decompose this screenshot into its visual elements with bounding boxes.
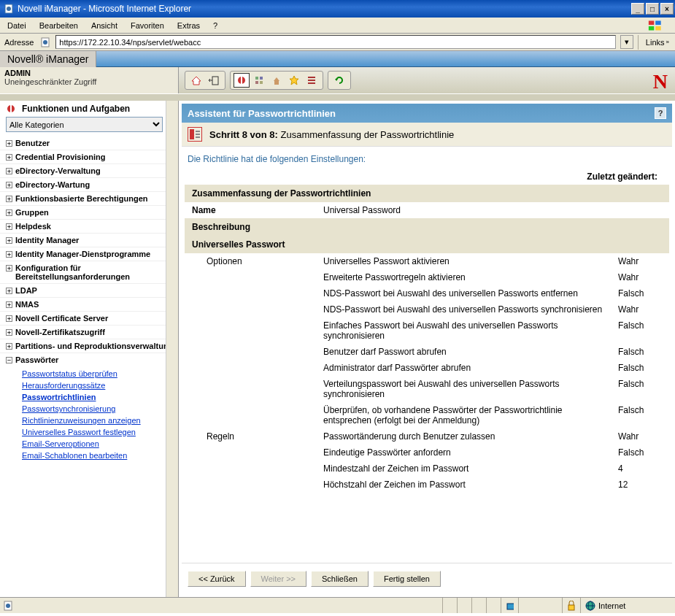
expand-icon[interactable]: + [6,251,12,258]
sidebar: Funktionen und Aufgaben Alle Kategorien … [0,101,179,597]
sidebar-item[interactable]: +Gruppen [0,205,178,219]
status-lock-icon [562,598,580,613]
sidebar-item[interactable]: +Credential Provisioning [0,150,178,163]
minimize-button[interactable]: _ [631,3,644,15]
expand-icon[interactable]: + [6,301,12,308]
finish-button[interactable]: Fertig stellen [373,571,441,587]
sidebar-item[interactable]: +Funktionsbasierte Berechtigungen [0,191,178,205]
exit-icon[interactable] [206,73,222,88]
sidebar-item-label: Konfiguration für Bereitstellungsanforde… [15,263,175,281]
sidebar-sublink[interactable]: Universelles Passwort festlegen [22,426,175,438]
menu-extras[interactable]: Extras [174,20,203,31]
sidebar-item[interactable]: +Novell-Zertifikatszugriff [0,325,178,339]
wizard-buttons: << Zurück Weiter >> Schließen Fertig ste… [182,563,672,594]
sidebar-item-label: Helpdesk [15,222,175,231]
separator-bar [0,93,675,101]
roles-icon[interactable] [234,73,250,88]
links-button[interactable]: Links » [643,38,672,47]
expand-icon[interactable]: + [6,237,12,244]
sidebar-sublink[interactable]: Email-Schablonen bearbeiten [22,450,175,461]
menu-help[interactable]: ? [210,20,220,31]
configure-icon[interactable] [269,73,285,88]
page-icon [39,36,51,48]
expand-icon[interactable]: + [6,343,12,350]
menu-file[interactable]: Datei [4,20,29,31]
sidebar-item[interactable]: +eDirectory-Verwaltung [0,163,178,177]
menu-edit[interactable]: Bearbeiten [36,20,81,31]
sidebar-item-label: NMAS [15,300,175,309]
svg-rect-27 [507,604,514,609]
sidebar-sublink[interactable]: Passwortstatus überprüfen [22,368,175,380]
status-popup-icon[interactable] [501,598,518,613]
option-row: NDS-Passwort bei Auswahl des universelle… [185,285,669,301]
sidebar-item[interactable]: +Partitions- und Reproduktionsverwaltung [0,339,178,353]
expand-icon[interactable]: + [6,168,12,174]
sidebar-item[interactable]: +NMAS [0,297,178,311]
sidebar-item[interactable]: +Konfiguration für Bereitstellungsanford… [0,261,178,283]
sidebar-item-label: LDAP [15,286,175,295]
status-cell [471,598,486,613]
separator [638,35,639,50]
expand-icon[interactable]: + [6,140,12,147]
ie-page-icon [3,3,15,15]
close-button[interactable]: Schließen [311,571,369,587]
expand-icon[interactable]: + [6,182,12,188]
sidebar-sublink[interactable]: Richtlinienzuweisungen anzeigen [22,415,175,426]
sidebar-item[interactable]: +Helpdesk [0,219,178,233]
summary-table: Zusammenfassung der Passwortrichtlinien … [182,185,672,560]
help-icon[interactable]: ? [655,107,666,119]
sidebar-sublink[interactable]: Passwortrichtlinien [22,391,175,403]
sidebar-sublink[interactable]: Passwortsynchronisierung [22,403,175,415]
expand-icon[interactable]: + [6,265,12,272]
sidebar-sublink[interactable]: Herausforderungssätze [22,380,175,391]
rule-row: Mindestzahl der Zeichen im Passwort4 [185,461,669,477]
sidebar-item[interactable]: +Benutzer [0,136,178,150]
view-objects-icon[interactable] [251,73,267,88]
maximize-button[interactable]: □ [646,3,659,15]
collapse-icon[interactable]: − [6,357,12,363]
option-row: Überprüfen, ob vorhandene Passwörter der… [185,402,669,428]
category-select[interactable]: Alle Kategorien [6,117,163,132]
sidebar-item[interactable]: −Passwörter [0,353,178,366]
expand-icon[interactable]: + [6,329,12,336]
expand-icon[interactable]: + [6,196,12,202]
sidebar-sublink[interactable]: Email-Serveroptionen [22,438,175,450]
back-button[interactable]: << Zurück [188,571,246,587]
svg-rect-3 [649,26,654,30]
expand-icon[interactable]: + [6,209,12,216]
sidebar-item[interactable]: +Novell Certificate Server [0,311,178,325]
rule-row: Höchstzahl der Zeichen im Passwort12 [185,477,669,493]
window-titlebar: Novell iManager - Microsoft Internet Exp… [0,0,675,18]
sidebar-item[interactable]: +eDirectory-Wartung [0,177,178,191]
home-icon[interactable] [188,73,204,88]
status-cell [518,598,562,613]
expand-icon[interactable]: + [6,288,12,294]
user-toolbar-strip: ADMIN Uneingeschränkter Zugriff N [0,67,675,93]
svg-rect-8 [212,77,218,85]
sidebar-item[interactable]: +Identity Manager-Dienstprogramme [0,247,178,261]
address-label: Adresse [3,38,35,47]
expand-icon[interactable]: + [6,154,12,161]
expand-icon[interactable]: + [6,223,12,230]
svg-rect-16 [308,77,315,78]
svg-rect-20 [10,105,12,112]
status-main [0,601,442,611]
tasks-icon[interactable] [304,73,320,88]
address-go-dropdown[interactable]: ▾ [620,35,633,49]
status-cell [442,598,457,613]
refresh-icon[interactable] [331,73,347,88]
sidebar-subtree: Passwortstatus überprüfenHerausforderung… [0,366,178,463]
sidebar-tree: +Benutzer+Credential Provisioning+eDirec… [0,135,178,597]
svg-rect-17 [308,80,315,81]
sidebar-item[interactable]: +LDAP [0,283,178,297]
sidebar-item[interactable]: +Identity Manager [0,233,178,247]
brand-label: Novell® iManager [0,51,96,67]
sidebar-item-label: Funktionsbasierte Berechtigungen [15,194,175,203]
menu-favorites[interactable]: Favoriten [128,20,167,31]
close-button[interactable]: × [660,3,674,15]
menu-bar: Datei Bearbeiten Ansicht Favoriten Extra… [0,18,675,34]
favorites-icon[interactable] [286,73,302,88]
address-input[interactable] [55,35,616,49]
menu-view[interactable]: Ansicht [88,20,120,31]
expand-icon[interactable]: + [6,315,12,322]
